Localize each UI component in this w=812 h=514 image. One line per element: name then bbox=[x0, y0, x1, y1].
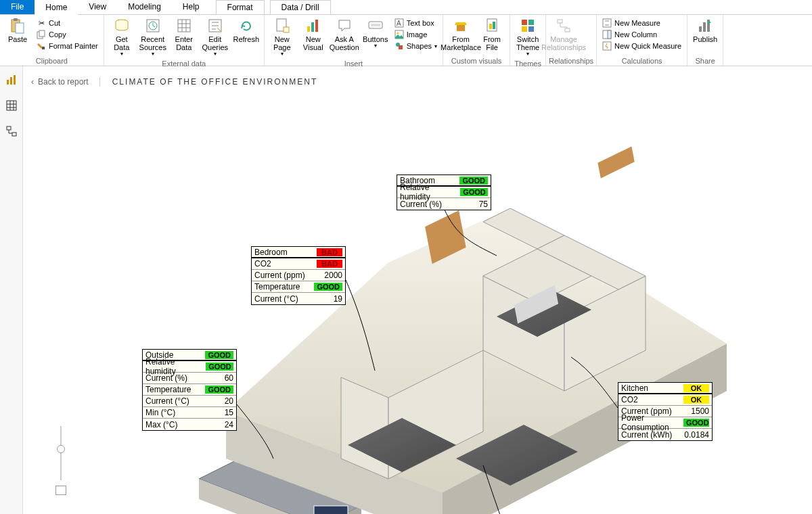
row-value: 19 bbox=[334, 294, 342, 304]
format-painter-button[interactable]: Format Painter bbox=[34, 41, 101, 51]
svg-rect-16 bbox=[284, 27, 289, 32]
status-badge: OK bbox=[683, 396, 709, 404]
group-label-relationships: Relationships bbox=[549, 56, 593, 66]
data-view-button[interactable] bbox=[5, 99, 18, 112]
report-canvas[interactable]: ‹ Back to report Climate of the office e… bbox=[23, 66, 812, 514]
card-kitchen[interactable]: KitchenOKCO2OKCurrent (ppm)1500Power Con… bbox=[618, 382, 713, 441]
edit-queries-button[interactable]: Edit Queries▾ bbox=[200, 16, 230, 59]
quick-measure-icon bbox=[602, 41, 612, 51]
paste-button[interactable]: Paste bbox=[3, 16, 32, 45]
tab-format[interactable]: Format bbox=[216, 0, 265, 14]
group-label-calculations: Calculations bbox=[600, 56, 684, 66]
card-row: Current (ppm)2000 bbox=[252, 270, 345, 281]
copy-button[interactable]: Copy bbox=[34, 29, 101, 40]
svg-rect-1 bbox=[14, 18, 18, 21]
chevron-down-icon: ▾ bbox=[214, 51, 217, 57]
tab-view[interactable]: View bbox=[78, 0, 117, 14]
new-quick-measure-button[interactable]: New Quick Measure bbox=[600, 41, 684, 51]
row-value: 75 bbox=[479, 200, 488, 209]
shapes-icon bbox=[394, 41, 404, 51]
card-bedroom[interactable]: BedroomBADCO2BADCurrent (ppm)2000Tempera… bbox=[251, 246, 346, 305]
status-badge: GOOD bbox=[683, 419, 709, 427]
row-label: CO2 bbox=[621, 395, 638, 404]
enter-data-button[interactable]: Enter Data bbox=[169, 16, 199, 53]
tab-home[interactable]: Home bbox=[35, 1, 78, 15]
svg-rect-2 bbox=[16, 23, 24, 33]
shapes-button[interactable]: Shapes ▾ bbox=[392, 41, 440, 51]
card-outside[interactable]: OutsideGOODRelative humidityGOODCurrent … bbox=[142, 349, 237, 431]
drill-header: ‹ Back to report Climate of the office e… bbox=[23, 66, 812, 97]
svg-rect-48 bbox=[7, 101, 16, 110]
card-name: Kitchen bbox=[621, 383, 648, 393]
new-measure-button[interactable]: New Measure bbox=[600, 18, 684, 28]
enter-data-icon bbox=[176, 18, 192, 34]
new-column-button[interactable]: New Column bbox=[600, 29, 684, 40]
new-page-button[interactable]: New Page▾ bbox=[267, 16, 297, 59]
manage-relationships-button[interactable]: Manage Relationships bbox=[549, 16, 579, 53]
group-calculations: New Measure New Column New Quick Measure… bbox=[597, 15, 687, 66]
status-badge: BAD bbox=[317, 248, 342, 256]
svg-rect-43 bbox=[703, 22, 706, 32]
tab-file[interactable]: File bbox=[0, 0, 35, 14]
svg-rect-33 bbox=[528, 20, 534, 25]
svg-rect-9 bbox=[178, 20, 190, 32]
from-file-button[interactable]: From File bbox=[477, 16, 507, 53]
text-box-button[interactable]: AText box bbox=[392, 18, 440, 28]
card-header: KitchenOK bbox=[618, 383, 712, 394]
text-box-icon: A bbox=[394, 18, 404, 28]
row-label: Current (kWh) bbox=[621, 430, 672, 440]
svg-rect-41 bbox=[603, 42, 611, 50]
back-to-report-button[interactable]: ‹ Back to report bbox=[31, 77, 89, 87]
card-header: BedroomBAD bbox=[252, 247, 345, 258]
card-row: Current (°C)19 bbox=[252, 293, 345, 304]
card-bathroom[interactable]: BathroomGOODRelative humidityGOODCurrent… bbox=[397, 174, 491, 210]
image-button[interactable]: Image bbox=[392, 29, 440, 40]
row-value: 2000 bbox=[324, 271, 342, 280]
switch-theme-button[interactable]: Switch Theme▾ bbox=[513, 16, 543, 59]
zoom-thumb[interactable] bbox=[57, 445, 65, 453]
svg-rect-42 bbox=[699, 26, 702, 32]
model-view-button[interactable] bbox=[5, 124, 18, 138]
card-row: Max (°C)24 bbox=[143, 419, 236, 430]
row-label: Current (ppm) bbox=[254, 271, 305, 280]
buttons-button[interactable]: Buttons▾ bbox=[361, 16, 390, 51]
new-visual-icon bbox=[305, 18, 321, 34]
tab-help[interactable]: Help bbox=[172, 0, 210, 14]
buttons-icon bbox=[367, 18, 384, 34]
ask-icon bbox=[336, 18, 353, 34]
svg-rect-54 bbox=[12, 133, 16, 136]
svg-rect-21 bbox=[371, 24, 380, 26]
svg-rect-31 bbox=[493, 22, 495, 29]
row-label: CO2 bbox=[254, 259, 271, 268]
svg-point-25 bbox=[397, 32, 399, 34]
new-visual-button[interactable]: New Visual bbox=[298, 16, 328, 53]
publish-button[interactable]: Publish bbox=[690, 16, 720, 45]
chevron-down-icon: ▾ bbox=[120, 51, 123, 57]
fit-to-page-button[interactable] bbox=[55, 486, 66, 495]
card-row: TemperatureGOOD bbox=[252, 281, 345, 293]
brush-icon bbox=[37, 41, 46, 51]
ask-question-button[interactable]: Ask A Question bbox=[330, 16, 359, 53]
row-value: 24 bbox=[225, 420, 233, 429]
svg-rect-36 bbox=[558, 20, 562, 23]
zoom-slider[interactable] bbox=[54, 426, 68, 507]
tab-modeling[interactable]: Modeling bbox=[117, 0, 172, 14]
zoom-track[interactable] bbox=[60, 426, 62, 480]
svg-rect-35 bbox=[528, 26, 534, 32]
status-badge: GOOD bbox=[205, 351, 233, 359]
paste-icon bbox=[9, 18, 26, 34]
cut-button[interactable]: ✂Cut bbox=[34, 18, 101, 28]
refresh-button[interactable]: Refresh bbox=[231, 16, 261, 45]
recent-sources-button[interactable]: Recent Sources▾ bbox=[138, 16, 168, 59]
from-marketplace-button[interactable]: From Marketplace bbox=[446, 16, 476, 53]
report-view-button[interactable] bbox=[5, 73, 18, 87]
floorplan-visual[interactable] bbox=[179, 168, 734, 514]
tab-data-drill[interactable]: Data / Drill bbox=[270, 0, 331, 14]
get-data-button[interactable]: Get Data▾ bbox=[107, 16, 137, 59]
row-value: 1500 bbox=[691, 406, 709, 416]
row-value: 20 bbox=[225, 396, 233, 406]
card-row: Power ConsumptionGOOD bbox=[618, 417, 712, 429]
group-external-data: Get Data▾ Recent Sources▾ Enter Data Edi… bbox=[104, 15, 265, 66]
group-custom-visuals: From Marketplace From File Custom visual… bbox=[443, 15, 510, 66]
cut-icon: ✂ bbox=[37, 18, 46, 28]
